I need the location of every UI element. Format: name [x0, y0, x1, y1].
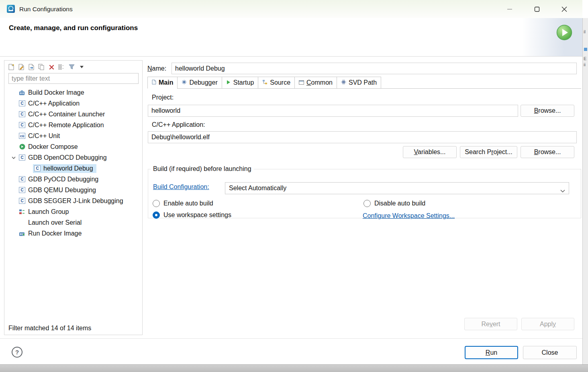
- variables-button[interactable]: Variables...: [403, 146, 457, 158]
- tab-startup[interactable]: Startup: [222, 77, 259, 89]
- chevron-down-icon: [560, 187, 565, 194]
- window-title: Run Configurations: [19, 0, 73, 18]
- tree-item-docker-compose[interactable]: Docker Compose: [5, 141, 142, 152]
- twisty-spacer: [10, 110, 18, 118]
- source-tab-icon: [262, 79, 267, 86]
- duplicate-icon[interactable]: [38, 63, 45, 71]
- enable-auto-build-label: Enable auto build: [163, 200, 213, 207]
- filter-input[interactable]: [8, 73, 139, 84]
- enable-auto-build-radio[interactable]: Enable auto build: [153, 199, 213, 208]
- name-input[interactable]: [172, 63, 577, 74]
- build-group: Build (if required) before launching Bui…: [148, 165, 581, 218]
- help-button[interactable]: ?: [12, 347, 22, 358]
- project-browse-button[interactable]: Browse...: [521, 105, 574, 117]
- tab-common-label: Common: [306, 79, 333, 86]
- background-taskbar-strip: [0, 364, 588, 372]
- use-workspace-settings-radio[interactable]: Use workspace settings: [153, 211, 231, 220]
- tab-bar: Main Debugger Startup Source Common: [147, 77, 381, 89]
- apply-button[interactable]: Apply: [521, 318, 574, 330]
- expand-chevron-icon[interactable]: [10, 154, 18, 162]
- tab-main[interactable]: Main: [147, 77, 178, 89]
- tab-debugger[interactable]: Debugger: [177, 77, 222, 89]
- use-workspace-settings-label: Use workspace settings: [163, 211, 231, 219]
- twisty-spacer: [10, 89, 18, 97]
- tab-svd-path[interactable]: SVD Path: [337, 77, 381, 89]
- disable-auto-build-label: Disable auto build: [374, 200, 425, 207]
- svd-path-tab-icon: [341, 79, 346, 86]
- build-configuration-select[interactable]: Select Automatically: [225, 182, 569, 194]
- tree-item-gdb-jlink[interactable]: GDB SEGGER J-Link Debugging: [5, 195, 142, 206]
- tree-item-build-docker-image[interactable]: Build Docker Image: [5, 87, 142, 98]
- run-button[interactable]: Run: [465, 346, 518, 359]
- common-tab-icon: [299, 79, 304, 86]
- tab-source[interactable]: Source: [258, 77, 295, 89]
- close-button[interactable]: Close: [523, 346, 577, 359]
- tree-item-run-docker-image[interactable]: Run Docker Image: [5, 228, 142, 239]
- tree-item-launch-over-serial[interactable]: Launch over Serial: [5, 217, 142, 228]
- twisty-spacer: [10, 100, 18, 108]
- run-docker-image-icon: [19, 230, 25, 237]
- background-text-fragment: E: [584, 56, 586, 61]
- gdb-openocd-icon: [19, 154, 25, 161]
- new-configuration-icon[interactable]: [8, 63, 15, 71]
- docker-compose-icon: [19, 144, 25, 150]
- background-text-fragment: ii: [584, 62, 586, 67]
- c-cpp-remote-application-icon: [19, 122, 25, 128]
- twisty-spacer: [10, 121, 18, 129]
- disable-auto-build-radio[interactable]: Disable auto build: [363, 199, 425, 208]
- title-bar: Run Configurations: [0, 0, 582, 18]
- tree-item-helloworld-debug[interactable]: helloworld Debug: [5, 163, 142, 174]
- background-text-fragment: il: [584, 29, 586, 34]
- twisty-spacer: [10, 186, 18, 194]
- tree-item-gdb-qemu[interactable]: GDB QEMU Debugging: [5, 185, 142, 195]
- tree-item-launch-group[interactable]: Launch Group: [5, 206, 142, 217]
- twisty-spacer: [10, 230, 18, 238]
- footer-separator: [0, 338, 582, 339]
- tree-item-gdb-openocd[interactable]: GDB OpenOCD Debugging: [5, 152, 142, 163]
- project-input[interactable]: [148, 105, 518, 117]
- build-docker-image-icon: [19, 89, 25, 96]
- filter-icon[interactable]: [68, 63, 75, 71]
- startup-tab-icon: [226, 79, 231, 86]
- twisty-spacer: [10, 132, 18, 140]
- application-input[interactable]: [148, 131, 577, 143]
- build-configuration-value: Select Automatically: [229, 185, 286, 192]
- collapse-all-icon[interactable]: [58, 63, 65, 71]
- revert-button[interactable]: Revert: [464, 318, 517, 330]
- tree-item-gdb-pyocd[interactable]: GDB PyOCD Debugging: [5, 174, 142, 185]
- background-icon-fragment: [584, 48, 587, 51]
- delete-icon[interactable]: [48, 63, 55, 71]
- twisty-spacer: [10, 143, 18, 151]
- tree-item-c-unit[interactable]: C/C++ Unit: [5, 130, 142, 141]
- tab-main-label: Main: [159, 79, 173, 86]
- icon-spacer: [19, 220, 25, 226]
- close-window-button[interactable]: [559, 4, 570, 15]
- configure-workspace-settings-link[interactable]: Configure Workspace Settings...: [363, 212, 455, 220]
- run-configurations-dialog: Run Configurations Create, manage, and r…: [0, 0, 588, 372]
- export-configuration-icon[interactable]: [28, 63, 35, 71]
- new-prototype-icon[interactable]: [18, 63, 25, 71]
- tree-item-c-application[interactable]: C/C++ Application: [5, 98, 142, 109]
- main-tab-icon: [152, 79, 156, 86]
- tab-common[interactable]: Common: [294, 77, 337, 89]
- configurations-tree: Build Docker Image C/C++ Application C/C…: [5, 87, 142, 321]
- build-configuration-link[interactable]: Build Configuration:: [153, 183, 209, 191]
- radio-circle-checked: [153, 211, 160, 219]
- application-browse-button[interactable]: Browse...: [521, 146, 574, 158]
- tree-item-c-container-launcher[interactable]: C/C++ Container Launcher: [5, 109, 142, 120]
- c-cpp-container-launcher-icon: [19, 111, 25, 117]
- maximize-button[interactable]: [531, 4, 543, 15]
- view-menu-icon[interactable]: [78, 63, 85, 71]
- run-banner-icon: [556, 24, 572, 41]
- twisty-spacer: [10, 197, 18, 205]
- minimize-button[interactable]: [504, 4, 515, 15]
- configurations-toolbar: [8, 62, 85, 72]
- twisty-spacer: [10, 175, 18, 183]
- c-debug-config-icon: [34, 165, 41, 171]
- header-banner-gradient: [522, 18, 582, 56]
- tree-item-c-remote-application[interactable]: C/C++ Remote Application: [5, 120, 142, 130]
- search-project-button[interactable]: Search Project...: [460, 146, 517, 158]
- gdb-pyocd-icon: [19, 176, 25, 182]
- window-controls: [504, 0, 570, 18]
- c-cpp-unit-icon: [19, 133, 25, 139]
